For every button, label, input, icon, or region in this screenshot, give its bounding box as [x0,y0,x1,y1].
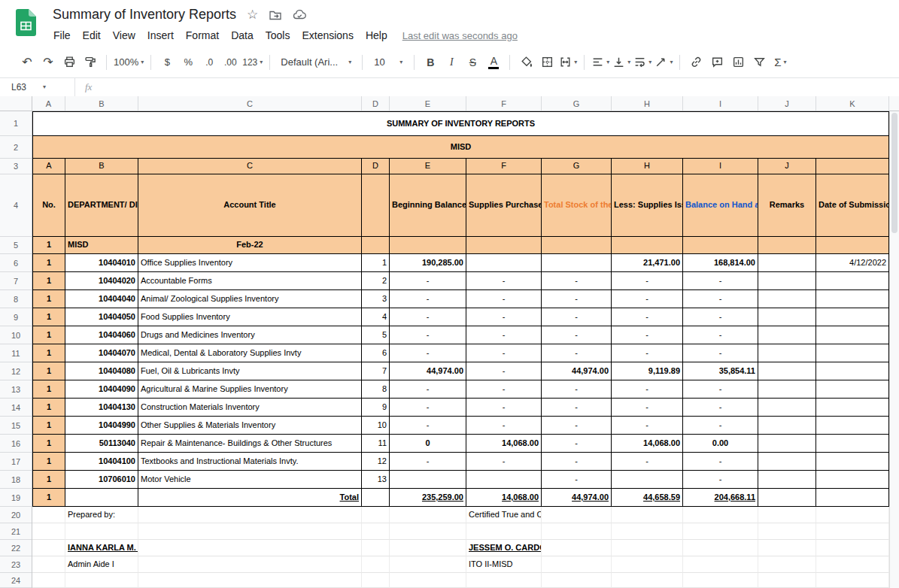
cell-I12[interactable]: 35,854.11 [683,362,758,380]
borders-button[interactable] [538,53,556,72]
cell-B13[interactable]: 10404090 [65,380,138,399]
cell-E8[interactable]: - [390,290,466,308]
cell-G3[interactable]: G [542,159,612,174]
row-header-3[interactable]: 3 [0,159,32,174]
print-button[interactable] [60,53,78,72]
cell-B17[interactable]: 10404100 [65,453,138,471]
cell-A23[interactable] [32,556,65,573]
cell-J10[interactable] [758,326,816,344]
cell-H9[interactable]: - [612,308,683,326]
cell-F11[interactable]: - [466,344,542,362]
cell-H23[interactable] [612,556,683,573]
cell-F13[interactable]: - [466,380,542,399]
cell-I10[interactable]: - [683,326,758,344]
cell-B11[interactable]: 10404070 [65,344,138,362]
cell-C22[interactable] [138,540,362,556]
cell-K5[interactable] [816,237,889,254]
cell-E22[interactable] [390,540,466,556]
row-header-4[interactable]: 4 [0,174,32,237]
functions-button[interactable]: Σ ▾ [771,53,789,72]
cell-K17[interactable] [816,453,889,471]
cell-H18[interactable] [612,471,683,489]
undo-button[interactable]: ↶ [18,53,36,72]
cell-G6[interactable] [542,254,612,272]
cell-D12[interactable]: 7 [362,362,390,380]
cell-C15[interactable]: Other Supplies & Materials Inventory [138,417,362,435]
row-header-14[interactable]: 14 [0,399,32,417]
cell-A14[interactable]: 1 [32,399,65,417]
cell-H4[interactable]: Less: Supplies Issued [612,174,683,237]
cell-A11[interactable]: 1 [32,344,65,362]
cell-F7[interactable]: - [466,272,542,290]
cell-K6[interactable]: 4/12/2022 [816,254,889,272]
cell-H3[interactable]: H [612,159,683,174]
menu-data[interactable]: Data [225,27,260,44]
cell-I21[interactable] [683,523,758,540]
menu-help[interactable]: Help [360,27,393,44]
cell-H24[interactable] [612,573,683,588]
row-header-23[interactable]: 23 [0,556,32,573]
report-title-cell[interactable]: SUMMARY OF INVENTORY REPORTS [32,111,889,136]
cell-A20[interactable] [32,507,65,523]
cell-K3[interactable] [816,159,889,174]
cell-F10[interactable]: - [466,326,542,344]
cell-C9[interactable]: Food Supplies Inventory [138,308,362,326]
cell-A15[interactable]: 1 [32,417,65,435]
cell-G4[interactable]: Total Stock of the Month (E+F=G) [542,174,612,237]
menu-view[interactable]: View [107,27,141,44]
cell-K4[interactable]: Date of Submission [816,174,889,237]
cell-I13[interactable]: - [683,380,758,399]
cell-I15[interactable]: - [683,417,758,435]
row-header-13[interactable]: 13 [0,380,32,399]
redo-button[interactable]: ↷ [39,53,57,72]
sheets-logo[interactable] [16,9,36,36]
cell-J22[interactable] [758,540,816,556]
cell-F23[interactable]: ITO II-MISD [466,556,542,573]
cell-D9[interactable]: 4 [362,308,390,326]
cell-G23[interactable] [542,556,612,573]
cell-E21[interactable] [390,523,466,540]
cell-K21[interactable] [816,523,889,540]
row-header-6[interactable]: 6 [0,254,32,272]
cell-K23[interactable] [816,556,889,573]
cell-G7[interactable]: - [542,272,612,290]
cell-J24[interactable] [758,573,816,588]
cell-B14[interactable]: 10404130 [65,399,138,417]
cell-J20[interactable] [758,507,816,523]
row-header-16[interactable]: 16 [0,435,32,453]
bold-button[interactable]: B [421,53,439,72]
cell-I6[interactable]: 168,814.00 [683,254,758,272]
cell-K11[interactable] [816,344,889,362]
cell-C18[interactable]: Motor Vehicle [138,471,362,489]
cell-J7[interactable] [758,272,816,290]
insert-comment-button[interactable] [708,53,726,72]
document-title[interactable]: Summary of Inventory Reports [53,7,236,23]
italic-button[interactable]: I [442,53,460,72]
cell-J13[interactable] [758,380,816,399]
cell-I14[interactable]: - [683,399,758,417]
cell-C24[interactable] [138,573,362,588]
cell-D3[interactable]: D [362,159,390,174]
cell-D7[interactable]: 2 [362,272,390,290]
zoom-selector[interactable]: 100% ▾ [114,53,144,72]
cell-D23[interactable] [362,556,390,573]
font-size-selector[interactable]: 10 ▾ [369,53,407,72]
cell-F14[interactable]: - [466,399,542,417]
cell-G11[interactable]: - [542,344,612,362]
cell-F20[interactable]: Certified True and Correct: [466,507,542,523]
column-header-E[interactable]: E [390,96,466,111]
cell-F8[interactable]: - [466,290,542,308]
percent-format-button[interactable]: % [179,53,197,72]
currency-format-button[interactable]: $ [158,53,176,72]
cell-I19[interactable]: 204,668.11 [683,489,758,507]
column-header-K[interactable]: K [816,96,889,111]
cell-K22[interactable] [816,540,889,556]
cell-K16[interactable] [816,435,889,453]
font-selector[interactable]: Default (Ari... ▾ [277,53,355,72]
column-header-H[interactable]: H [612,96,683,111]
menu-format[interactable]: Format [180,27,225,44]
cell-C21[interactable] [138,523,362,540]
more-formats-button[interactable]: 123 ▾ [242,53,263,72]
cell-G14[interactable]: - [542,399,612,417]
cell-F12[interactable]: - [466,362,542,380]
